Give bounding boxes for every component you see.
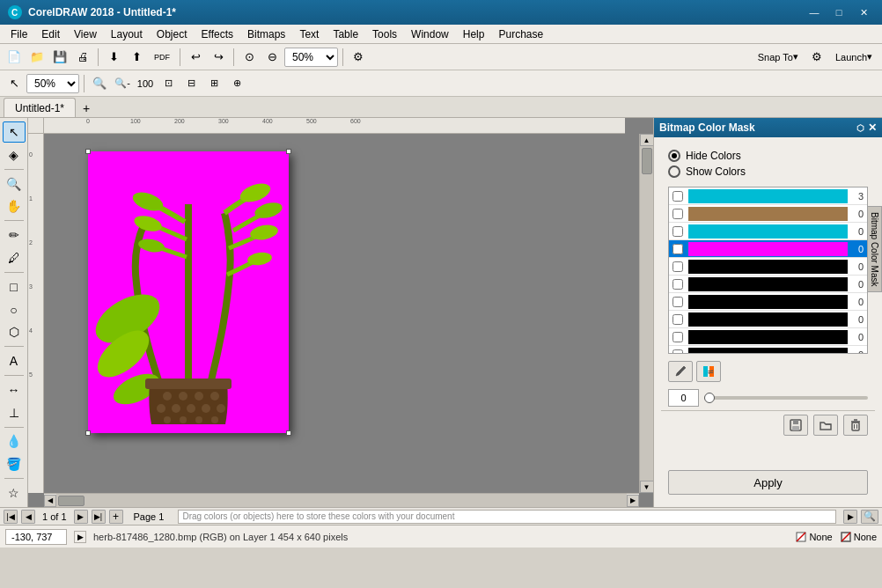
save-btn[interactable]: 💾	[49, 47, 70, 68]
handle-bl[interactable]	[85, 430, 91, 436]
scroll-left-btn[interactable]: ◀	[44, 495, 56, 507]
scroll-up-btn[interactable]: ▲	[640, 134, 654, 146]
panel-float-btn[interactable]: ⬡	[856, 123, 864, 133]
export-btn[interactable]: ⬆	[126, 47, 147, 68]
zoom-out-btn[interactable]: ⊖	[261, 47, 283, 68]
scrollbar-bottom[interactable]: ◀ ▶	[44, 493, 639, 507]
hide-colors-row[interactable]: Hide Colors	[668, 150, 868, 162]
zoom-fit-btn[interactable]: ⊙	[239, 47, 260, 68]
menu-item-effects[interactable]: Effects	[195, 26, 240, 42]
eyedropper-btn[interactable]	[668, 361, 693, 382]
color-row-8[interactable]: 0	[669, 328, 867, 346]
handle-tr[interactable]	[286, 149, 291, 154]
maximize-button[interactable]: □	[827, 4, 850, 21]
next-page-btn[interactable]: ▶	[74, 510, 88, 524]
connector-tool[interactable]: ⊥	[3, 402, 26, 423]
eyedropper-tool[interactable]: 💧	[3, 431, 26, 452]
menu-item-window[interactable]: Window	[404, 26, 456, 42]
close-button[interactable]: ✕	[852, 4, 875, 21]
menu-item-view[interactable]: View	[67, 26, 104, 42]
menu-item-edit[interactable]: Edit	[34, 26, 67, 42]
fill-tool[interactable]: 🪣	[3, 453, 26, 474]
tolerance-slider-thumb[interactable]	[704, 393, 715, 403]
color-row-1[interactable]: 0	[669, 205, 867, 223]
prev-page-btn[interactable]: ◀	[21, 510, 35, 524]
apply-button[interactable]: Apply	[668, 470, 868, 495]
check-8[interactable]	[669, 328, 687, 346]
scroll-right-btn[interactable]: ▶	[627, 495, 639, 507]
zoom-fit-width[interactable]: ⊟	[180, 73, 202, 94]
menu-item-help[interactable]: Help	[456, 26, 492, 42]
check-3[interactable]	[669, 240, 687, 258]
panel-close-btn[interactable]: ✕	[868, 121, 877, 134]
menu-item-text[interactable]: Text	[292, 26, 326, 42]
shape-tool[interactable]: ◈	[3, 144, 26, 165]
menu-item-tools[interactable]: Tools	[365, 26, 404, 42]
zoom-100[interactable]: 100	[135, 73, 156, 94]
color-row-3[interactable]: 0	[669, 240, 867, 258]
save-mask-btn[interactable]	[783, 415, 808, 436]
canvas-scroll-area[interactable]	[44, 134, 639, 493]
zoom-out-t[interactable]: 🔍-	[112, 73, 133, 94]
tab-untitled[interactable]: Untitled-1*	[4, 98, 76, 117]
show-colors-row[interactable]: Show Colors	[668, 165, 868, 178]
scroll-page-right[interactable]: ▶	[843, 510, 857, 524]
color-row-9[interactable]: 0	[669, 346, 867, 354]
delete-mask-btn[interactable]	[843, 415, 868, 436]
settings-btn[interactable]: ⚙	[806, 47, 827, 68]
canvas-area[interactable]: 0 100 200 300 400 500 600 pixels 0 1 2 3…	[28, 118, 653, 507]
last-page-btn[interactable]: ▶|	[92, 510, 106, 524]
open-btn[interactable]: 📁	[26, 47, 48, 68]
check-2[interactable]	[669, 223, 687, 240]
menu-item-bitmaps[interactable]: Bitmaps	[240, 26, 292, 42]
zoom-in-t[interactable]: 🔍	[89, 73, 110, 94]
import-btn[interactable]: ⬇	[103, 47, 124, 68]
menu-item-layout[interactable]: Layout	[104, 26, 150, 42]
zoom-tool[interactable]: 🔍	[3, 173, 26, 195]
add-page-btn[interactable]: +	[109, 510, 123, 524]
check-7[interactable]	[669, 311, 687, 328]
replace-colors-btn[interactable]: ⇌	[696, 361, 721, 382]
color-row-6[interactable]: 0	[669, 293, 867, 311]
polygon-tool[interactable]: ⬡	[3, 321, 26, 342]
scroll-thumb-h[interactable]	[58, 496, 85, 506]
check-0[interactable]	[669, 187, 687, 205]
color-row-2[interactable]: 0	[669, 223, 867, 240]
zoom-fit-page[interactable]: ⊡	[158, 73, 179, 94]
tolerance-slider[interactable]	[704, 396, 868, 400]
menu-item-file[interactable]: File	[4, 26, 34, 42]
tab-add-button[interactable]: +	[77, 99, 95, 117]
scroll-down-btn[interactable]: ▼	[640, 481, 654, 493]
interactive-tool[interactable]: ☆	[3, 482, 26, 503]
color-row-7[interactable]: 0	[669, 311, 867, 328]
selection-tool[interactable]: ↖	[3, 121, 26, 143]
color-list[interactable]: 3 0 0 0	[668, 187, 868, 354]
smart-draw-tool[interactable]: 🖊	[3, 247, 26, 268]
pan-tool[interactable]: ✋	[3, 195, 26, 217]
color-row-0[interactable]: 3	[669, 187, 867, 205]
tolerance-input[interactable]	[668, 389, 699, 407]
color-row-4[interactable]: 0	[669, 258, 867, 276]
show-colors-radio[interactable]	[668, 165, 680, 178]
redo-btn[interactable]: ↪	[208, 47, 229, 68]
zoom-fit-sel[interactable]: ⊞	[203, 73, 224, 94]
undo-btn[interactable]: ↩	[185, 47, 206, 68]
expand-btn[interactable]: ▶	[74, 531, 86, 543]
launch-btn[interactable]: Launch ▾	[829, 47, 878, 68]
text-tool[interactable]: A	[3, 350, 26, 371]
zoom-full[interactable]: ⊕	[226, 73, 247, 94]
publish-pdf-btn[interactable]: PDF	[149, 47, 175, 68]
bcm-side-tab[interactable]: Bitmap Color Mask	[867, 206, 882, 292]
rectangle-tool[interactable]: □	[3, 276, 26, 298]
check-5[interactable]	[669, 276, 687, 293]
dimension-tool[interactable]: ↔	[3, 379, 26, 401]
check-4[interactable]	[669, 258, 687, 276]
scrollbar-right[interactable]: ▲ ▼	[639, 134, 653, 493]
check-9[interactable]	[669, 346, 687, 355]
minimize-button[interactable]: —	[803, 4, 826, 21]
handle-tl[interactable]	[85, 149, 91, 154]
menu-item-purchase[interactable]: Purchase	[491, 26, 550, 42]
color-row-5[interactable]: 0	[669, 276, 867, 293]
freehand-tool[interactable]: ✏	[3, 224, 26, 246]
check-6[interactable]	[669, 293, 687, 311]
